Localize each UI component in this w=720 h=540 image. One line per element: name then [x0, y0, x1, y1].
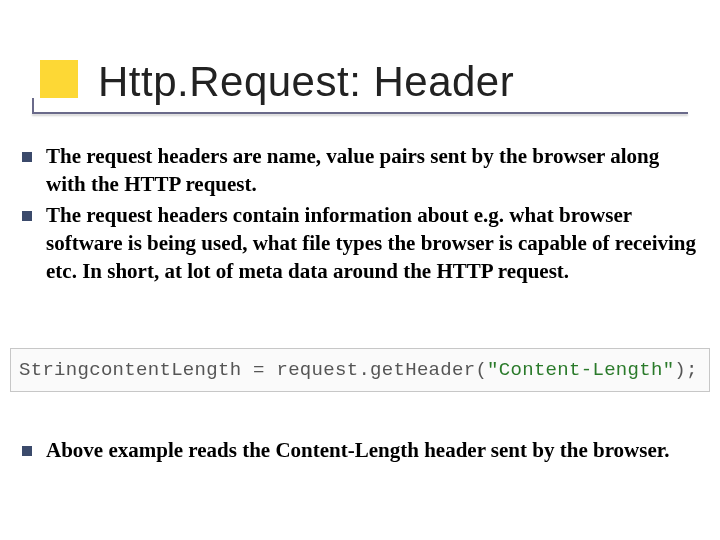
list-item: The request headers are name, value pair…: [22, 142, 698, 199]
code-paren-close: );: [674, 359, 697, 381]
title-underline: [32, 112, 688, 114]
code-snippet: String contentLength = request.getHeader…: [10, 348, 710, 392]
code-method: getHeader: [370, 359, 475, 381]
code-op: =: [241, 359, 276, 381]
bullet-text: The request headers contain information …: [46, 201, 698, 286]
title-accent-square: [40, 60, 78, 98]
bullet-text: The request headers are name, value pair…: [46, 142, 698, 199]
bullet-list-bottom: Above example reads the Content-Length h…: [22, 436, 698, 466]
square-bullet-icon: [22, 211, 32, 221]
code-obj: request: [276, 359, 358, 381]
code-dot: .: [358, 359, 370, 381]
code-string: "Content-Length": [487, 359, 674, 381]
code-var: contentLength: [89, 359, 241, 381]
square-bullet-icon: [22, 152, 32, 162]
code-paren-open: (: [475, 359, 487, 381]
code-keyword: String: [19, 359, 89, 381]
list-item: The request headers contain information …: [22, 201, 698, 286]
slide: Http.Request: Header The request headers…: [0, 0, 720, 540]
list-item: Above example reads the Content-Length h…: [22, 436, 698, 464]
square-bullet-icon: [22, 446, 32, 456]
bullet-text: Above example reads the Content-Length h…: [46, 436, 669, 464]
bullet-list-top: The request headers are name, value pair…: [22, 142, 698, 288]
slide-title: Http.Request: Header: [98, 58, 514, 106]
